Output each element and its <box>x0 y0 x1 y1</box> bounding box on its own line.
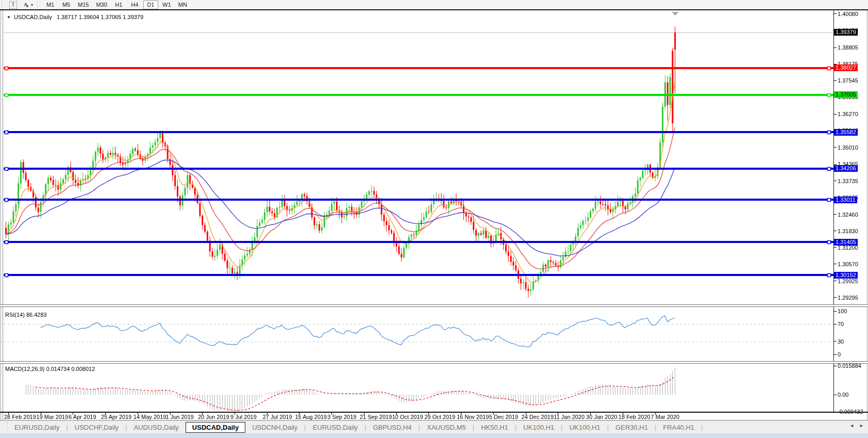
axis-tick-mark <box>833 281 837 281</box>
timeframe-button-m5[interactable]: M5 <box>59 1 74 9</box>
timeframe-button-d1[interactable]: D1 <box>143 1 158 9</box>
chart-symbol-label: USDCAD,Daily <box>14 14 52 20</box>
chart-tab-usdchf-daily[interactable]: USDCHF,Daily <box>68 423 125 432</box>
chart-tab-fra40-h1[interactable]: FRA40,H1 <box>656 423 701 432</box>
tab-scroll-right-icon[interactable]: ► <box>859 423 864 428</box>
axis-tick-mark <box>833 147 837 148</box>
price-level-badge: 1.37005 <box>834 91 858 98</box>
axis-tick-mark <box>833 13 837 14</box>
timeframe-button-h1[interactable]: H1 <box>111 1 126 9</box>
timeframe-button-mn[interactable]: MN <box>175 1 190 9</box>
chart-tab-audusd-daily[interactable]: AUDUSD,Daily <box>127 423 185 432</box>
price-axis-tick: 1.40080 <box>838 11 858 17</box>
timeframe-button-m1[interactable]: M1 <box>43 1 58 9</box>
price-level-badge: 1.31405 <box>834 239 858 246</box>
axis-tick-mark <box>833 366 837 366</box>
price-axis-tick: 1.32460 <box>838 212 858 218</box>
axis-tick-mark <box>833 395 837 395</box>
time-axis-label: 28 Feb 2019 <box>4 414 36 420</box>
price-axis-tick: 1.35010 <box>838 144 858 151</box>
timeframe-button-w1[interactable]: W1 <box>159 1 174 9</box>
time-axis-label: 16 Nov 2019 <box>457 414 489 420</box>
axis-tick-mark <box>833 247 837 248</box>
price-axis-tick: 1.33735 <box>838 178 858 184</box>
price-axis-tick: 1.37545 <box>838 77 858 84</box>
chart-tab-eurusd-daily[interactable]: EURUSD,Daily <box>306 423 364 432</box>
time-axis-label: 24 Dec 2019 <box>522 414 554 420</box>
chart-title-arrow-icon[interactable]: ▼ <box>7 15 11 20</box>
rsi-axis-tick: 0 <box>838 351 841 358</box>
chart-shift-marker-icon[interactable] <box>672 12 679 15</box>
time-axis-label: 1 Jun 2019 <box>166 414 194 420</box>
current-price-badge: 1.39379 <box>834 29 858 36</box>
axis-tick-mark <box>833 214 837 215</box>
chart-tab-hk50-h1[interactable]: HK50,H1 <box>474 423 515 432</box>
chart-tab-usdcad-daily[interactable]: USDCAD,Daily <box>186 422 245 433</box>
chart-tab-uk100-h1[interactable]: UK100,H1 <box>516 423 561 432</box>
toolbar-drag-handle[interactable] <box>37 2 40 8</box>
window-frame-left <box>1 10 1 420</box>
panel-splitter-rsi[interactable] <box>0 304 868 307</box>
time-axis-label: 7 Mar 2020 <box>651 414 680 420</box>
axis-tick-mark <box>833 114 837 115</box>
price-level-badge: 1.38027 <box>834 64 858 71</box>
tab-scroll-left-icon[interactable]: ◄ <box>849 423 854 428</box>
time-axis-label: 20 Jun 2019 <box>198 414 229 420</box>
chevron-down-icon: ▾ <box>31 3 33 7</box>
timeframe-toolbar: M1M5M15M30H1H4D1W1MN <box>42 1 191 9</box>
arrows-tool-button[interactable]: ▾ <box>20 1 35 9</box>
rsi-axis-tick: 30 <box>838 338 844 345</box>
chart-tab-ger30-h1[interactable]: GER30,H1 <box>609 423 655 432</box>
time-axis-label: 14 May 2019 <box>133 414 166 420</box>
timeframe-button-m15[interactable]: M15 <box>75 1 92 9</box>
rsi-axis-tick: 100 <box>838 308 847 314</box>
rsi-axis-tick: 70 <box>838 321 844 327</box>
axis-tick-mark <box>833 311 837 312</box>
chart-tab-uk100-h1[interactable]: UK100,H1 <box>563 423 607 432</box>
axis-tick-mark <box>833 341 837 342</box>
time-axis-label: 18 Feb 2020 <box>619 414 650 420</box>
time-axis-label: 21 Sep 2019 <box>360 414 392 420</box>
time-axis-label: 15 Aug 2019 <box>295 414 327 420</box>
chart-tab-xauusd-m5[interactable]: XAUUSD,M5 <box>420 423 473 432</box>
text-label-tool-button[interactable]: T <box>7 1 19 9</box>
axis-tick-mark <box>833 297 837 298</box>
time-axis-label: 3 Sep 2019 <box>327 414 356 420</box>
axis-tick-mark <box>833 164 837 165</box>
chart-tab-bar: EURUSD,Daily|USDCHF,Daily|AUDUSD,DailyUS… <box>0 420 868 433</box>
time-axis-label: 10 Oct 2019 <box>392 414 423 420</box>
price-axis-tick: 1.38805 <box>838 44 858 51</box>
price-axis[interactable]: 1.400801.394501.388051.381751.375451.369… <box>833 10 868 413</box>
time-axis-label: 9 Jul 2019 <box>230 414 257 420</box>
axis-tick-mark <box>833 47 837 48</box>
time-axis-label: 5 Dec 2019 <box>489 414 518 420</box>
axis-tick-mark <box>833 324 837 325</box>
tab-scroll-buttons: ◄ ► <box>849 423 864 428</box>
axis-tick-mark <box>833 264 837 264</box>
price-level-badge: 1.35582 <box>834 129 858 136</box>
chart-window: 1.400801.394501.388051.381751.375451.369… <box>0 9 868 420</box>
axis-tick-mark <box>833 80 837 81</box>
panel-splitter-macd[interactable] <box>0 361 868 364</box>
price-axis-tick: 1.31830 <box>838 228 858 234</box>
price-level-badge: 1.33011 <box>834 197 857 203</box>
time-axis-label: 25 Apr 2019 <box>101 414 131 420</box>
toolbar-drag-handle[interactable] <box>2 2 5 8</box>
axis-tick-mark <box>833 181 837 181</box>
chart-tab-gbpusd-h4[interactable]: GBPUSD,H4 <box>366 423 418 432</box>
window-frame-left-inner <box>3 10 3 420</box>
timeframe-button-m30[interactable]: M30 <box>93 1 110 9</box>
axis-tick-mark <box>833 354 837 355</box>
price-chart-canvas[interactable] <box>4 10 834 413</box>
tab-bar-gripper <box>0 421 8 433</box>
text-tool-icon: T <box>9 1 17 9</box>
timeframe-button-h4[interactable]: H4 <box>127 1 142 9</box>
time-axis[interactable]: 28 Feb 201919 Mar 20196 Apr 201925 Apr 2… <box>0 413 868 420</box>
price-axis-tick: 1.29295 <box>838 295 858 301</box>
chart-ohlc-values: 1.38717 1.39604 1.37065 1.39379 <box>57 14 143 20</box>
chart-tab-eurusd-daily[interactable]: EURUSD,Daily <box>8 423 66 432</box>
chart-tab-usdcnh-daily[interactable]: USDCNH,Daily <box>245 423 304 432</box>
status-strip <box>0 433 868 438</box>
price-level-badge: 1.30152 <box>834 272 858 279</box>
time-axis-label: 11 Jan 2020 <box>554 414 585 420</box>
